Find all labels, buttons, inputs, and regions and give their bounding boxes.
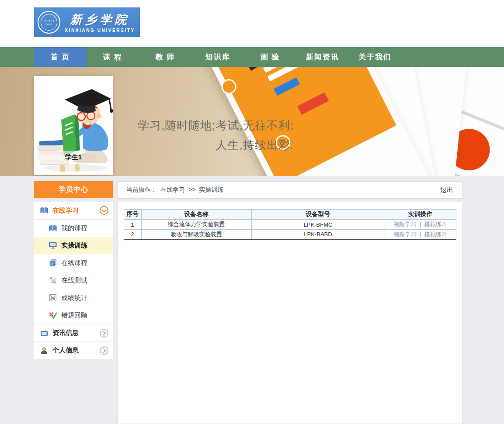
nav-item-home[interactable]: 首 页 — [34, 47, 87, 67]
table-header-row: 序号 设备名称 设备型号 实训操作 — [124, 210, 456, 220]
student-card: 学生1 — [34, 76, 113, 175]
logo-chinese-name: 新乡学院 — [70, 12, 130, 28]
scroll-icon — [49, 276, 57, 284]
chevron-right-icon[interactable] — [100, 329, 108, 338]
video-study-link[interactable]: 视频学习 — [393, 221, 416, 228]
book-icon — [40, 207, 48, 214]
breadcrumb-section: 在线学习 — [160, 186, 185, 194]
col-header-model: 设备型号 — [251, 210, 385, 220]
seal-year: 2007 — [45, 23, 52, 26]
cell-model: LPK-BABD — [251, 230, 385, 240]
cell-ops: 视频学习 | 模拟练习 — [385, 220, 456, 230]
logout-link[interactable]: 退出 — [440, 186, 453, 194]
slogan-line-1: 学习,随时随地;考试,无往不利; — [131, 116, 294, 135]
sidebar-item-label: 个人信息 — [52, 346, 79, 355]
breadcrumb-label: 当前操作： — [126, 186, 157, 194]
sidebar-item-online-study[interactable]: 在线学习 — [34, 202, 113, 219]
university-seal-icon: ∩∩∩ 2007 — [38, 11, 60, 34]
sidebar-item-label: 我的课程 — [61, 224, 87, 232]
page: ∩∩∩ 2007 新乡学院 XINXIANG UNIVERSITY 首 页 课 … — [0, 0, 504, 424]
sidebar-item-label: 实操训练 — [61, 241, 87, 250]
sidebar-menu: 在线学习 我的课程 实操训练 — [34, 202, 113, 359]
tv-icon — [40, 329, 48, 337]
main-column: 当前操作： 在线学习 >> 实操训练 退出 序号 设备名称 — [117, 181, 462, 424]
seal-glyph: ∩∩∩ — [43, 18, 55, 23]
sidebar: 学员中心 在线学习 我的课程 — [34, 181, 113, 359]
equipment-table: 序号 设备名称 设备型号 实训操作 1 综合流体力学实验装置 LPK-BFMC — [124, 209, 456, 240]
sidebar-item-online-test[interactable]: 在线测试 — [34, 272, 113, 289]
site-header: ∩∩∩ 2007 新乡学院 XINXIANG UNIVERSITY — [0, 0, 504, 47]
breadcrumb-bar: 当前操作： 在线学习 >> 实操训练 退出 — [117, 181, 462, 199]
ops-separator: | — [420, 231, 421, 238]
ops-separator: | — [420, 221, 421, 228]
content-panel: 序号 设备名称 设备型号 实训操作 1 综合流体力学实验装置 LPK-BFMC — [117, 202, 462, 424]
table-row: 1 综合流体力学实验装置 LPK-BFMC 视频学习 | 模拟练习 — [124, 220, 456, 230]
simulation-practice-link[interactable]: 模拟练习 — [424, 231, 447, 238]
nav-item-tests[interactable]: 测 验 — [244, 47, 296, 67]
book-icon — [49, 224, 57, 232]
sidebar-item-my-courses[interactable]: 我的课程 — [34, 219, 113, 237]
sidebar-item-label: 在线测试 — [61, 276, 87, 285]
video-study-link[interactable]: 视频学习 — [393, 231, 416, 238]
university-logo[interactable]: ∩∩∩ 2007 新乡学院 XINXIANG UNIVERSITY — [34, 7, 140, 37]
sidebar-item-label: 在线学习 — [52, 207, 79, 215]
slogan-line-2: 人生,持续出彩. — [131, 135, 294, 155]
student-label-band: 学生1 — [34, 151, 113, 164]
person-icon — [40, 347, 48, 355]
table-row: 2 吸收与解吸实验装置 LPK-BABD 视频学习 | 模拟练习 — [124, 230, 456, 240]
cell-ops: 视频学习 | 模拟练习 — [385, 230, 456, 240]
sidebar-item-label: 资讯信息 — [52, 329, 79, 337]
sidebar-item-score-statistics[interactable]: 成绩统计 — [34, 289, 113, 307]
cell-no: 1 — [124, 220, 141, 230]
col-header-name: 设备名称 — [141, 210, 251, 220]
nav-item-teachers[interactable]: 教 师 — [139, 47, 191, 67]
simulation-practice-link[interactable]: 模拟练习 — [424, 221, 447, 228]
breadcrumb-page: 实操训练 — [199, 186, 223, 194]
nav-item-knowledge[interactable]: 知识库 — [191, 47, 244, 67]
chevron-down-icon[interactable] — [100, 206, 108, 215]
review-icon — [49, 311, 57, 319]
sidebar-item-label: 错题回顾 — [61, 311, 87, 320]
sidebar-item-news-info[interactable]: 资讯信息 — [34, 324, 113, 341]
nav-item-news[interactable]: 新闻资讯 — [296, 47, 349, 67]
sidebar-item-online-courses[interactable]: 在线课程 — [34, 254, 113, 272]
sidebar-item-label: 成绩统计 — [61, 294, 87, 302]
sidebar-item-practical-training[interactable]: 实操训练 — [34, 237, 113, 254]
cell-name: 综合流体力学实验装置 — [141, 220, 251, 230]
nav-item-courses[interactable]: 课 程 — [87, 47, 139, 67]
student-name-label: 学生1 — [65, 153, 82, 162]
breadcrumb: 当前操作： 在线学习 >> 实操训练 — [126, 186, 223, 194]
cell-no: 2 — [124, 230, 141, 240]
sidebar-item-personal-info[interactable]: 个人信息 — [34, 341, 113, 359]
col-header-no: 序号 — [124, 210, 141, 220]
chevron-right-icon[interactable] — [100, 346, 108, 355]
nav-item-about[interactable]: 关于我们 — [349, 47, 401, 67]
breadcrumb-separator: >> — [188, 186, 195, 194]
banner-slogan: 学习,随时随地;考试,无往不利; 人生,持续出彩. — [131, 116, 294, 155]
cell-model: LPK-BFMC — [251, 220, 385, 230]
cell-name: 吸收与解吸实验装置 — [141, 230, 251, 240]
pages-icon — [49, 259, 57, 267]
main-nav: 首 页 课 程 教 师 知识库 测 验 新闻资讯 关于我们 — [0, 47, 504, 67]
monitor-icon — [49, 241, 57, 249]
sidebar-title: 学员中心 — [34, 181, 113, 198]
chart-icon — [49, 294, 57, 302]
banner: 学生1 学习,随时随地;考试,无往不利; 人生,持续出彩. — [0, 67, 504, 176]
sidebar-item-wrong-question-review[interactable]: 错题回顾 — [34, 307, 113, 324]
col-header-ops: 实训操作 — [385, 210, 456, 220]
logo-english-name: XINXIANG UNIVERSITY — [65, 28, 135, 33]
sidebar-item-label: 在线课程 — [61, 259, 87, 267]
